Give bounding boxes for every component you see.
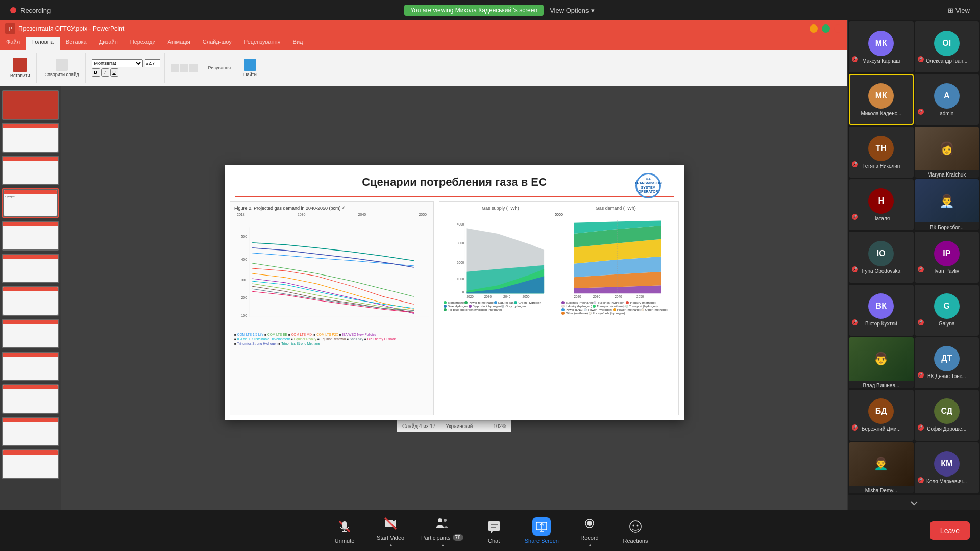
participant-tile-misha[interactable]: 👨‍🦱 Misha Demy... [849, 442, 914, 493]
tab-file[interactable]: Файл [0, 37, 26, 50]
participant-tile-kolya[interactable]: КМ Коля Маркевич... 🎤 [915, 442, 979, 493]
slide-4[interactable]: 4 Сценарии... [2, 188, 59, 218]
leave-button[interactable]: Leave [930, 521, 970, 540]
participant-name-admin: admin [938, 111, 955, 116]
unmute-icon [335, 517, 354, 536]
participant-tile-iryna[interactable]: IO Iryna Obodovska 🎤 [849, 232, 914, 283]
participant-tile-denys[interactable]: ДТ ВК Денис Тонк... 🎤 [915, 337, 979, 388]
tab-animation[interactable]: Анімація [162, 37, 197, 50]
slide-6[interactable]: 6 [2, 254, 59, 283]
viewing-badge: You are viewing Микола Каденський 's scr… [404, 5, 544, 16]
top-bar-center: You are viewing Микола Каденський 's scr… [404, 5, 594, 16]
slide-count: Слайд 4 из 17 [402, 423, 435, 429]
recording-label: Recording [20, 7, 51, 14]
slide-10[interactable]: 10 [2, 384, 59, 414]
svg-text:1000: 1000 [457, 277, 464, 280]
participant-tile-sofiya[interactable]: СД Софія Дороше... 🎤 [915, 390, 979, 441]
underline-btn[interactable]: U [110, 68, 118, 77]
participant-tile-vlad[interactable]: 👨 Влад Вишнев... [849, 337, 914, 388]
participant-avatar-admin: A [934, 83, 960, 109]
slide-7[interactable]: 7 [2, 286, 59, 316]
start-video-button[interactable]: Start Video ▲ [375, 514, 406, 547]
participant-tile-oleksandr[interactable]: ОІ Олександр Іван... 🎤 [915, 21, 979, 72]
participant-tile-maksym[interactable]: МК Максум Карпаш 🎤 [849, 21, 914, 72]
top-bar-right: ⊞ View [948, 7, 970, 14]
top-bar-left: Recording [10, 7, 51, 14]
reactions-button[interactable]: Reactions [620, 517, 651, 544]
participant-name-mykola: Микола Каденс... [859, 111, 903, 116]
participant-tile-tetyana[interactable]: ТН Тетяна Николин 🎤 [849, 127, 914, 178]
slide-main-area: Сценарии потребления газа в ЕС UA TRANSM… [61, 86, 847, 510]
participant-tile-galyna[interactable]: G Galyna 🎤 [915, 285, 979, 336]
slide-3[interactable]: 3 [2, 156, 59, 185]
align-left-icon[interactable] [171, 64, 179, 72]
zoom-level: 102% [493, 423, 506, 429]
tab-design[interactable]: Дизайн [93, 37, 124, 50]
new-slide-btn[interactable]: Створити слайд [43, 58, 81, 78]
share-screen-button[interactable]: Share Screen [525, 517, 559, 544]
participant-tile-ivan[interactable]: IP Ivan Pavliv 🎤 [915, 232, 979, 283]
area-chart-section: Gas supply (TWh) Gas demand (TWh) 5000 [439, 201, 679, 415]
ppt-window-controls [810, 24, 842, 33]
align-center-icon[interactable] [180, 64, 188, 72]
active-slide[interactable]: Сценарии потребления газа в ЕС UA TRANSM… [225, 165, 684, 420]
ppt-app-icon: P [5, 23, 15, 34]
slide-8[interactable]: 8 [2, 319, 59, 348]
italic-btn[interactable]: I [101, 68, 109, 77]
slide-2[interactable]: 2 [2, 123, 59, 153]
mute-icon-galyna: 🎤 [918, 319, 924, 325]
slide-12[interactable]: 12 [2, 449, 59, 479]
maximize-button[interactable] [822, 24, 830, 33]
tab-insert[interactable]: Вставка [60, 37, 93, 50]
start-video-chevron[interactable]: ▲ [389, 543, 393, 547]
find-btn[interactable]: Найти [241, 58, 259, 78]
participants-chevron[interactable]: ▲ [440, 543, 445, 547]
participant-tile-natalia[interactable]: Н Наталя 🎤 [849, 179, 914, 230]
tab-home[interactable]: Головна [26, 37, 60, 50]
font-family-select[interactable]: Montserrat [92, 59, 143, 67]
participant-name-denys: ВК Денис Тонк... [925, 373, 968, 379]
svg-text:2000: 2000 [457, 260, 464, 264]
participant-tile-maryna[interactable]: 👩 Maryna Kraichuk [915, 127, 979, 178]
svg-text:200: 200 [241, 296, 247, 299]
participants-label: Participants [421, 535, 450, 541]
unmute-button[interactable]: Unmute [329, 517, 360, 544]
slide-9[interactable]: 9 [2, 352, 59, 381]
participant-tile-viktor[interactable]: ВК Віктор Кухтєй 🎤 [849, 285, 914, 336]
close-button[interactable] [834, 24, 842, 33]
tab-review[interactable]: Рецензування [238, 37, 287, 50]
svg-point-40 [444, 519, 447, 522]
bottom-toolbar: Unmute Start Video ▲ Participants 78 [0, 510, 980, 551]
record-button[interactable]: Record ▲ [574, 514, 605, 547]
svg-text:2030: 2030 [484, 294, 492, 298]
line-chart-section: Figure 2. Projected gas demand in 2040-2… [230, 201, 434, 415]
record-chevron[interactable]: ▲ [588, 543, 592, 547]
slide-1[interactable]: 1 [2, 90, 59, 120]
slide-5[interactable]: 5 [2, 221, 59, 251]
chat-button[interactable]: Chat [479, 517, 509, 544]
participants-button[interactable]: Participants 78 ▲ [421, 514, 463, 547]
participant-name-tetyana: Тетяна Николин [860, 163, 902, 169]
view-options-button[interactable]: View Options ▾ [550, 7, 594, 14]
align-right-icon[interactable] [189, 64, 198, 72]
area-chart-legend: Biomethane Power to methane Natural gas … [444, 301, 674, 315]
font-size-input[interactable] [145, 59, 160, 67]
slide-11[interactable]: 11 [2, 417, 59, 446]
sidebar-expand-button[interactable] [848, 495, 980, 510]
svg-text:4000: 4000 [457, 222, 464, 226]
minimize-button[interactable] [810, 24, 818, 33]
participant-tile-berezhny[interactable]: БД Бережний Дми... 🎤 [849, 390, 914, 441]
svg-text:2050: 2050 [522, 294, 530, 298]
participant-tile-vk-borys[interactable]: 👨‍💼 ВК Борисбог... [915, 179, 979, 230]
mute-icon-iryna: 🎤 [852, 266, 858, 272]
tab-slideshow[interactable]: Слайд-шоу [197, 37, 238, 50]
supply-area-chart: 4000 3000 2000 1000 0 [444, 217, 558, 299]
tab-transitions[interactable]: Переходи [124, 37, 162, 50]
paste-btn[interactable]: Вставити [8, 57, 32, 79]
participant-tile-admin[interactable]: A admin 🎤 [915, 74, 979, 125]
participant-tile-mykola[interactable]: МК Микола Каденс... [849, 74, 914, 125]
participant-avatar-kolya: КМ [934, 451, 960, 477]
tab-view[interactable]: Вид [287, 37, 309, 50]
top-bar: Recording You are viewing Микола Каденсь… [0, 0, 980, 20]
bold-btn[interactable]: B [92, 68, 100, 77]
